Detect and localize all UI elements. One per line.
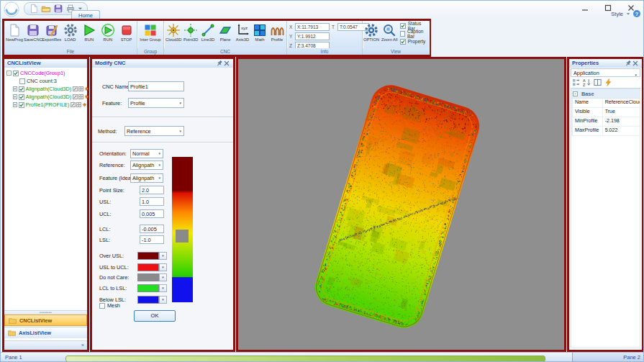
checkbox-property[interactable]: Property — [400, 37, 429, 45]
color-swatch[interactable] — [137, 284, 159, 292]
grid-icon[interactable] — [78, 94, 83, 99]
savecnc-button[interactable]: SaveCNC — [24, 22, 42, 42]
load-button[interactable]: LOAD — [61, 22, 80, 42]
color-swatch[interactable] — [137, 263, 159, 271]
zoom-all-button[interactable]: Zoom All — [381, 22, 399, 45]
tree-node[interactable]: CNC count:3 — [4, 77, 87, 85]
nav-overflow-button[interactable]: » — [4, 340, 87, 350]
nav-item-cnclistview[interactable]: CNCListView — [4, 315, 87, 326]
point-cloud-canvas[interactable] — [238, 59, 564, 350]
property-value[interactable]: True — [603, 108, 640, 117]
chevron-down-icon — [626, 12, 630, 16]
edit-icon[interactable] — [71, 102, 76, 107]
close-panel-icon[interactable] — [223, 60, 230, 67]
save-icon[interactable] — [53, 4, 63, 14]
expander-icon[interactable]: + — [13, 94, 17, 99]
property-row-name[interactable]: NameReferenceCloud — [571, 99, 640, 108]
minimize-button[interactable] — [577, 3, 593, 13]
nav-item-axislistview[interactable]: AxisListView — [4, 327, 87, 338]
feature-select[interactable]: Profile — [128, 98, 184, 108]
tree-node[interactable]: +Profile1(PROFILE) — [4, 101, 87, 109]
add-icon[interactable] — [84, 94, 89, 99]
expander-icon[interactable]: + — [13, 102, 17, 107]
tree-node[interactable]: +Alignpath(Cloud3D) — [4, 85, 87, 93]
ribbon-group-cnc: Cloud3DPoint3DLine3DPlanexyzAxis3DMathPr… — [164, 21, 287, 55]
ucl-input[interactable]: 0.005 — [140, 209, 164, 218]
coord-y-value[interactable]: Y:1.9912 — [295, 32, 330, 40]
close-panel-icon[interactable] — [632, 60, 639, 67]
mesh-checkbox[interactable] — [99, 303, 105, 309]
property-value[interactable]: -2.198 — [603, 117, 640, 126]
cloud3d-button[interactable]: Cloud3D — [165, 22, 183, 42]
tree-checkbox[interactable] — [19, 78, 25, 84]
collapse-icon[interactable]: - — [573, 91, 578, 96]
edit-icon[interactable] — [73, 86, 78, 91]
properties-group-base[interactable]: - Base — [571, 89, 640, 99]
color-dropdown-icon[interactable]: ▼ — [159, 263, 167, 271]
cnc-name-input[interactable]: Profile1 — [128, 81, 184, 91]
expander-icon[interactable]: + — [13, 86, 17, 91]
add-icon[interactable] — [84, 86, 89, 91]
color-swatch[interactable] — [137, 273, 159, 281]
reference-select[interactable]: Alignpath — [130, 160, 163, 170]
property-value[interactable]: 5.022 — [603, 127, 640, 135]
coord-x-value[interactable]: X:11.7913 — [295, 23, 330, 31]
color-dropdown-icon[interactable]: ▼ — [159, 273, 167, 281]
run-button[interactable]: RUN — [99, 22, 117, 42]
expander-icon[interactable]: - — [6, 71, 12, 76]
pin-icon[interactable] — [216, 60, 223, 67]
color-swatch[interactable] — [137, 296, 159, 304]
ok-button[interactable]: OK — [134, 310, 176, 322]
orientation-select[interactable]: Normal — [130, 149, 163, 158]
math-button[interactable]: Math — [251, 22, 268, 42]
newprog-button[interactable]: NewProg — [5, 22, 24, 42]
grid-icon[interactable] — [78, 86, 83, 91]
columns-icon[interactable] — [594, 78, 602, 88]
color-dropdown-icon[interactable]: ▼ — [159, 252, 167, 260]
option-button[interactable]: OPTION — [363, 22, 381, 45]
add-icon[interactable] — [82, 102, 87, 107]
run-button[interactable]: RUN — [80, 22, 99, 42]
exportres-button[interactable]: ExportRes — [42, 22, 61, 42]
help-icon[interactable]: ? — [633, 10, 640, 17]
tree-node[interactable]: +Alignpath(Cloud3D) — [4, 93, 87, 101]
stop-button[interactable]: STOP — [117, 22, 136, 42]
tree-node[interactable]: -CNCCode(Group1) — [4, 69, 87, 77]
usl-input[interactable]: 1.0 — [140, 197, 164, 206]
tree-checkbox[interactable] — [13, 71, 19, 76]
tree-checkbox[interactable] — [19, 94, 24, 100]
events-bolt-icon[interactable] — [604, 78, 612, 88]
profile-button[interactable]: Profile — [268, 22, 286, 42]
app-logo-icon[interactable] — [3, 1, 20, 18]
lcl-input[interactable]: -0.005 — [140, 225, 164, 233]
properties-object-select[interactable]: Application — [571, 68, 640, 77]
line3d-button[interactable]: Line3D — [199, 22, 217, 42]
point-size-input[interactable]: 2.0 — [140, 186, 164, 194]
pin-icon[interactable] — [625, 60, 632, 67]
tree-checkbox[interactable] — [19, 102, 24, 108]
sort-az-icon[interactable]: AZ — [583, 78, 591, 88]
grid-icon[interactable] — [76, 102, 81, 107]
property-row-visible[interactable]: VisibleTrue — [571, 108, 640, 117]
property-row-maxprofile[interactable]: MaxProfile5.022 — [571, 127, 640, 136]
open-folder-icon[interactable] — [41, 4, 51, 14]
property-value[interactable]: ReferenceCloud — [603, 99, 640, 107]
mesh-checkbox-row[interactable]: Mesh — [99, 302, 120, 309]
point3d-button[interactable]: Point3D — [183, 22, 200, 42]
property-row-minprofile[interactable]: MinProfile-2.198 — [571, 117, 640, 127]
edit-icon[interactable] — [73, 94, 78, 99]
axis3d-button[interactable]: xyzAxis3D — [234, 22, 251, 42]
method-select[interactable]: Reference — [124, 126, 184, 136]
tree-checkbox[interactable] — [19, 86, 24, 92]
plane-button[interactable]: Plane — [217, 22, 234, 42]
color-swatch[interactable] — [137, 252, 159, 260]
inter-group-button[interactable]: Inter Group — [138, 22, 163, 42]
feature-ideal-select[interactable]: Alignpath — [130, 173, 163, 183]
new-document-icon[interactable] — [29, 4, 39, 14]
checkbox-caption-bar[interactable]: Caption Bar — [400, 30, 429, 37]
color-dropdown-icon[interactable]: ▼ — [159, 296, 167, 304]
color-dropdown-icon[interactable]: ▼ — [159, 284, 167, 292]
style-selector[interactable]: Style ? — [611, 10, 640, 17]
categorized-icon[interactable] — [572, 78, 580, 88]
lsl-input[interactable]: -1.0 — [140, 235, 164, 244]
